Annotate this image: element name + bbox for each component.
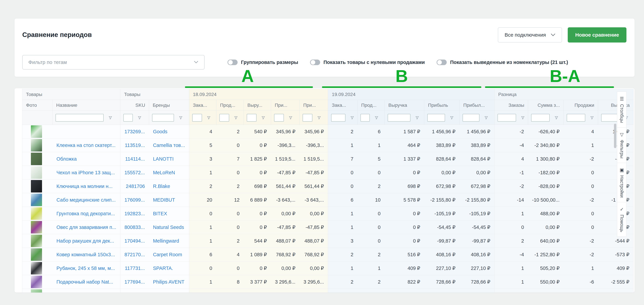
column-header[interactable]: Зака... — [328, 100, 358, 111]
toggle-switch[interactable] — [310, 60, 320, 65]
column-header[interactable]: Название — [52, 100, 120, 111]
column-header[interactable]: Выручка — [384, 100, 424, 111]
new-comparison-button[interactable]: Новое сравнение — [568, 27, 626, 42]
column-header[interactable]: Сумма з... — [528, 100, 564, 111]
product-name-link[interactable]: Обложка — [56, 156, 77, 162]
connections-dropdown[interactable]: Все подключения — [498, 27, 562, 42]
vertical-scrollbar-thumb[interactable] — [614, 124, 616, 148]
column-filter-input[interactable] — [427, 114, 445, 122]
product-name-link[interactable]: Чехол на iPhone 13 защ... — [56, 170, 115, 175]
product-photo[interactable] — [31, 289, 42, 292]
brand-link[interactable]: LANOTTI — [153, 156, 174, 162]
tab-settings[interactable]: ▣ Настройки — [617, 163, 626, 202]
brand-link[interactable]: MeLoReN — [153, 170, 175, 175]
product-photo[interactable] — [31, 262, 42, 274]
column-header[interactable]: Бренды — [149, 100, 189, 111]
product-photo[interactable] — [31, 180, 42, 192]
brand-link[interactable]: Mellingward — [153, 238, 179, 244]
sku-link[interactable]: 170494... — [124, 238, 145, 244]
column-filter-input[interactable] — [247, 114, 256, 122]
sku-link[interactable]: 117731... — [125, 266, 145, 271]
product-name-link[interactable]: Ковер комнатный 150x3... — [56, 252, 115, 257]
sku-link[interactable]: 176099... — [124, 197, 145, 202]
brand-link[interactable]: Philips AVENT — [153, 279, 184, 284]
column-header[interactable]: SKU — [120, 100, 149, 111]
toggle-switch[interactable] — [436, 60, 447, 65]
column-filter-input[interactable] — [462, 114, 480, 122]
brand-link[interactable]: SPARTA. — [153, 266, 173, 271]
column-header[interactable]: При... — [271, 100, 300, 111]
product-name-link[interactable]: Сабо медицинские слип... — [56, 197, 116, 202]
product-photo[interactable] — [31, 153, 42, 165]
filter-funnel-icon[interactable] — [350, 116, 354, 120]
column-header[interactable]: Прод... — [216, 100, 244, 111]
tab-columns[interactable]: ☰ Столбцы — [617, 92, 626, 128]
sku-link[interactable]: 800833... — [124, 224, 145, 230]
brand-link[interactable]: Carpet Room — [153, 252, 182, 257]
column-header[interactable]: Выру... — [244, 100, 271, 111]
filter-funnel-icon[interactable] — [207, 116, 211, 120]
column-filter-input[interactable] — [152, 114, 174, 122]
column-header[interactable]: Фото — [22, 100, 52, 111]
product-photo[interactable] — [31, 276, 42, 288]
sku-link[interactable]: 173269... — [124, 129, 145, 134]
product-name-link[interactable]: Подарочный набор Nat... — [56, 279, 113, 284]
brand-link[interactable]: Camellia тов... — [153, 142, 185, 148]
sku-link[interactable]: 872170... — [124, 252, 145, 257]
filter-funnel-icon[interactable] — [179, 116, 183, 120]
product-photo[interactable] — [31, 194, 42, 206]
filter-funnel-icon[interactable] — [484, 116, 488, 120]
column-filter-input[interactable] — [498, 114, 516, 122]
product-photo[interactable] — [31, 125, 42, 138]
sku-link[interactable]: 2481706 — [126, 184, 145, 189]
column-header[interactable]: Зака... — [189, 100, 216, 111]
tag-filter-select[interactable]: Фильтр по тегам — [22, 55, 204, 70]
brand-link[interactable]: Natural Seeds — [153, 224, 184, 230]
product-name-link[interactable]: Рубанок, 245 x 58 мм, м... — [56, 266, 115, 271]
column-filter-input[interactable] — [274, 114, 284, 122]
product-photo[interactable] — [31, 207, 42, 220]
product-name-link[interactable]: Набор ракушек для дек... — [56, 238, 114, 244]
column-filter-input[interactable] — [302, 114, 312, 122]
filter-funnel-icon[interactable] — [450, 116, 454, 120]
column-filter-input[interactable] — [388, 114, 410, 122]
product-photo[interactable] — [31, 248, 42, 261]
column-header[interactable]: Заказы — [494, 100, 528, 111]
filter-funnel-icon[interactable] — [374, 116, 378, 120]
column-header[interactable]: Продажи — [564, 100, 598, 111]
column-header[interactable]: Прибыл... — [460, 100, 494, 111]
product-name-link[interactable]: Ключница на молнии н... — [56, 184, 112, 189]
column-filter-input[interactable] — [220, 114, 229, 122]
product-photo[interactable] — [31, 166, 42, 179]
filter-funnel-icon[interactable] — [554, 116, 558, 120]
product-name-link[interactable]: Овес для заваривания п... — [56, 224, 116, 230]
product-name-link[interactable]: Клеенка на стол скатерт... — [56, 142, 116, 148]
column-header[interactable]: Выручка — [598, 100, 634, 111]
filter-funnel-icon[interactable] — [521, 116, 525, 120]
tab-help[interactable]: ✓ Помощь — [617, 202, 626, 237]
column-header[interactable]: При... — [300, 100, 328, 111]
column-filter-input[interactable] — [360, 114, 370, 122]
brand-link[interactable]: MEDIBUT — [153, 197, 175, 202]
filter-funnel-icon[interactable] — [138, 116, 142, 120]
column-filter-input[interactable] — [567, 114, 585, 122]
sku-link[interactable]: 192823... — [124, 211, 145, 216]
column-filter-input[interactable] — [123, 114, 133, 122]
filter-funnel-icon[interactable] — [234, 116, 238, 120]
column-header[interactable]: Прибыль — [424, 100, 460, 111]
filter-funnel-icon[interactable] — [288, 116, 293, 120]
filter-funnel-icon[interactable] — [317, 116, 321, 120]
product-photo[interactable] — [31, 221, 42, 234]
tab-filters[interactable]: ▽ Фильтры — [617, 128, 626, 163]
sku-link[interactable]: 177694... — [124, 279, 145, 284]
filter-funnel-icon[interactable] — [590, 116, 594, 120]
brand-link[interactable]: R.Blake — [153, 184, 170, 189]
filter-funnel-icon[interactable] — [108, 116, 112, 120]
column-header[interactable]: Прод... — [358, 100, 384, 111]
column-filter-input[interactable] — [531, 114, 550, 122]
sku-link[interactable]: 113519... — [125, 142, 145, 148]
filter-funnel-icon[interactable] — [261, 116, 265, 120]
product-name-link[interactable]: Грунтовка под декорати... — [56, 211, 115, 216]
column-filter-input[interactable] — [192, 114, 202, 122]
product-photo[interactable] — [31, 235, 42, 247]
